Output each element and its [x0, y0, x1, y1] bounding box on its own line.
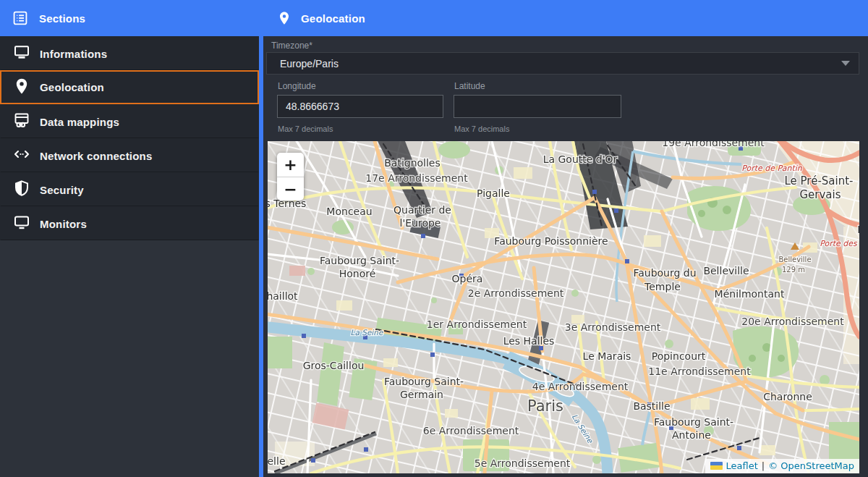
map-label: Gervais — [799, 188, 841, 201]
map-label: Monceau — [326, 206, 372, 217]
sidebar-item-network-connections[interactable]: Network connections — [0, 138, 259, 172]
list-sections-icon — [12, 10, 28, 26]
map-label: Belleville — [703, 265, 749, 277]
map-label: Charonne — [763, 391, 812, 402]
map-zoom-control: + − — [277, 153, 304, 200]
map-pin-icon — [277, 10, 292, 26]
map-label: 6e Arrondissement — [423, 425, 519, 436]
page-header: Geolocation — [263, 10, 365, 26]
map-label: Les Lilas — [857, 224, 859, 235]
map-label: Popincourt — [652, 350, 706, 362]
zoom-out-button[interactable]: − — [277, 177, 304, 200]
map-label: elle — [268, 455, 286, 467]
map-label: Gros-Caillou — [303, 360, 365, 371]
screen-link-icon — [13, 111, 30, 132]
map-label: l'Europe — [400, 217, 441, 229]
map-attribution: Leaflet | © OpenStreetMap — [705, 459, 859, 473]
timezone-value: Europe/Paris — [280, 58, 339, 69]
timezone-select[interactable]: Europe/Paris — [266, 52, 859, 75]
ukraine-flag-icon — [710, 462, 723, 470]
map-label: Honoré — [339, 268, 376, 279]
sidebar-item-monitors[interactable]: Monitors — [0, 206, 259, 240]
map-label: Paris — [527, 397, 563, 415]
latitude-hint: Max 7 decimals — [454, 124, 621, 133]
coordinates-row: Longitude Max 7 decimals Latitude Max 7 … — [266, 81, 859, 133]
map-label: La Goutte d'Or — [543, 153, 618, 165]
map-label: 17e Arrondissement — [365, 172, 468, 184]
latitude-label: Latitude — [454, 81, 621, 91]
map-label: Porte de Pantin — [741, 164, 803, 173]
longitude-hint: Max 7 decimals — [277, 124, 443, 133]
leaflet-map[interactable]: 19e ArrondissementBatignolles17e Arrondi… — [268, 141, 859, 473]
map-label: Faubourg Saint- — [320, 255, 399, 266]
map-label: Porte des — [820, 239, 858, 248]
map-pin-icon — [13, 77, 30, 98]
map-label: Faubourg Saint- — [654, 416, 733, 428]
monitor-icon — [13, 43, 30, 64]
map-label: La Seine — [351, 328, 384, 337]
latitude-field-group: Latitude Max 7 decimals — [454, 81, 621, 133]
map-label: 1er Arrondissement — [427, 318, 527, 330]
map-label: haillot — [268, 290, 298, 302]
sidebar-item-label: Geolocation — [40, 81, 104, 93]
map-label: 11e Arrondissement — [648, 366, 751, 377]
map-label: 20e Arrondissement — [741, 316, 844, 327]
map-label: Le Pré-Saint- — [784, 174, 853, 187]
map-label: Belleville — [778, 256, 811, 263]
sections-header: Sections — [0, 10, 263, 26]
monitors-icon — [13, 214, 30, 234]
leaflet-link[interactable]: Leaflet — [726, 460, 758, 471]
map-label: Le Marais — [583, 350, 631, 362]
app-root: Sections Geolocation Informations — [0, 0, 868, 477]
map-label: Pigalle — [477, 187, 510, 199]
map-label: Quartier de — [393, 204, 451, 216]
longitude-label: Longitude — [277, 81, 443, 91]
openstreetmap-link[interactable]: © OpenStreetMap — [768, 460, 854, 471]
sidebar-item-label: Informations — [40, 48, 107, 60]
map-label: Faubourg du — [633, 267, 696, 279]
sidebar-filler — [0, 240, 259, 477]
map-label: 4e Arrondissement — [532, 381, 629, 392]
map-label: Batignolles — [384, 157, 441, 169]
sidebar-item-label: Network connections — [40, 150, 153, 162]
map-label: Les Halles — [503, 335, 555, 347]
zoom-in-button[interactable]: + — [277, 153, 304, 177]
chevron-down-icon — [841, 61, 850, 66]
map-label: Temple — [644, 281, 681, 292]
longitude-field-group: Longitude Max 7 decimals — [277, 81, 443, 133]
sidebar-item-data-mappings[interactable]: Data mappings — [0, 104, 259, 138]
map-label: Opéra — [452, 273, 483, 284]
map-label: 129 m — [782, 266, 805, 274]
map-label: Faubourg Saint- — [384, 376, 464, 387]
timezone-label: Timezone* — [266, 41, 859, 51]
map-label: 5e Arrondissement — [475, 457, 571, 469]
top-header: Sections Geolocation — [0, 0, 868, 36]
map-label: Ménilmontant — [715, 288, 785, 300]
map-label: Antoine — [672, 429, 711, 441]
map-label: Bastille — [633, 400, 670, 412]
attribution-separator: | — [762, 460, 765, 471]
sections-title: Sections — [39, 12, 85, 25]
map-label: Germain — [400, 389, 443, 400]
sections-sidebar: Informations Geolocation — [0, 36, 259, 477]
shield-icon — [13, 180, 30, 200]
code-brackets-icon — [13, 145, 30, 166]
latitude-input[interactable] — [454, 95, 621, 118]
sidebar-item-label: Data mappings — [40, 116, 119, 128]
map-canvas: 19e ArrondissementBatignolles17e Arrondi… — [268, 141, 859, 473]
map-label: 19e Arrondissement — [662, 141, 765, 148]
map-label: 3e Arrondissement — [565, 321, 661, 333]
map-label: 2e Arrondissement — [468, 287, 564, 299]
page-title: Geolocation — [301, 12, 365, 25]
sidebar-item-security[interactable]: Security — [0, 172, 259, 206]
sidebar-item-label: Monitors — [40, 218, 87, 230]
sidebar-item-label: Security — [40, 184, 84, 196]
sidebar-item-informations[interactable]: Informations — [0, 36, 259, 70]
map-label: Faubourg Poissonnière — [494, 235, 608, 247]
geolocation-panel: Timezone* Europe/Paris Longitude Max 7 d… — [263, 36, 868, 477]
longitude-input[interactable] — [277, 95, 443, 118]
sidebar-item-geolocation[interactable]: Geolocation — [0, 70, 259, 104]
